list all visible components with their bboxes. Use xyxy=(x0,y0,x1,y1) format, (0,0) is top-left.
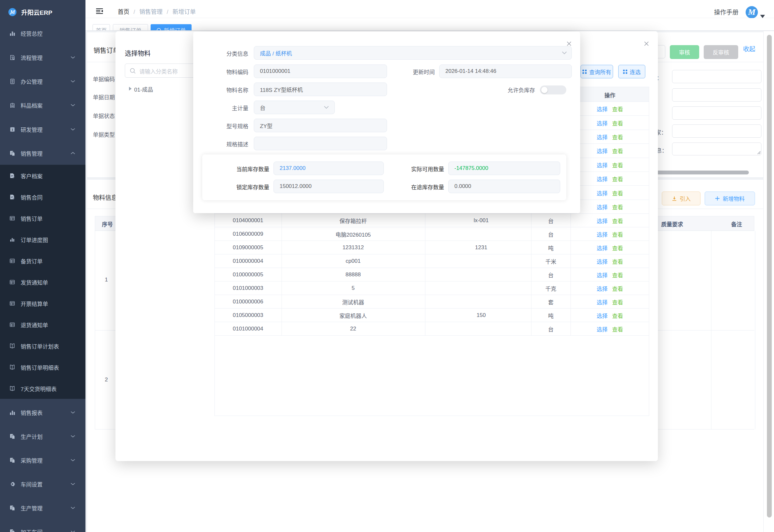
svg-text:I: I xyxy=(12,127,13,131)
svg-text:M: M xyxy=(748,7,756,17)
